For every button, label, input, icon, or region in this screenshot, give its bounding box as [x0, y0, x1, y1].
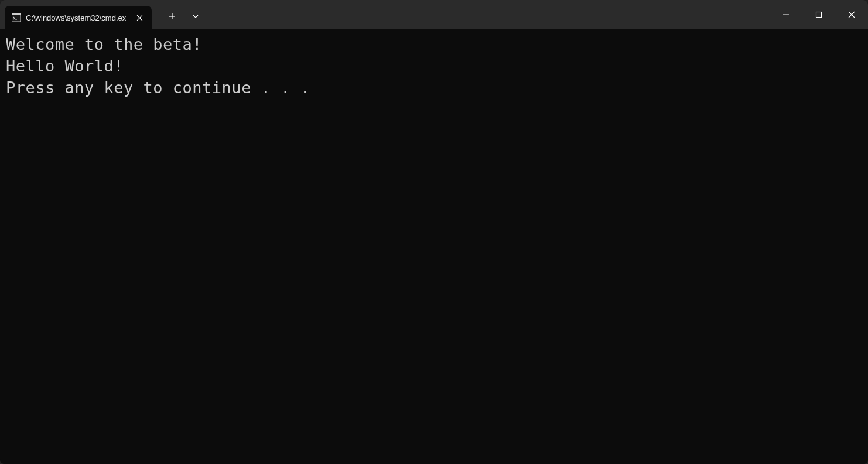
- minimize-icon: [782, 11, 790, 18]
- titlebar[interactable]: C:\windows\system32\cmd.ex: [0, 0, 868, 29]
- minimize-button[interactable]: [770, 0, 802, 29]
- new-tab-button[interactable]: [160, 5, 184, 28]
- close-icon: [848, 11, 855, 18]
- tabs-area: C:\windows\system32\cmd.ex: [0, 0, 152, 29]
- titlebar-drag-area[interactable]: [207, 0, 770, 29]
- terminal-content[interactable]: Welcome to the beta!Hello World!Press an…: [0, 29, 868, 464]
- svg-rect-1: [12, 13, 21, 15]
- maximize-button[interactable]: [802, 0, 835, 29]
- tab-divider: [158, 9, 158, 21]
- tab-cmd[interactable]: C:\windows\system32\cmd.ex: [5, 6, 152, 29]
- svg-rect-8: [816, 12, 822, 18]
- window-controls: [770, 0, 868, 29]
- chevron-down-icon: [192, 13, 199, 20]
- terminal-line: Welcome to the beta!: [6, 34, 862, 56]
- tab-actions: [155, 0, 207, 29]
- terminal-line: Press any key to continue . . .: [6, 77, 862, 99]
- close-window-button[interactable]: [835, 0, 868, 29]
- plus-icon: [169, 13, 176, 20]
- tab-close-button[interactable]: [133, 11, 146, 24]
- close-icon: [136, 15, 143, 21]
- terminal-line: Hello World!: [6, 56, 862, 77]
- tab-dropdown-button[interactable]: [184, 5, 207, 28]
- maximize-icon: [815, 11, 822, 18]
- tab-title: C:\windows\system32\cmd.ex: [26, 13, 126, 22]
- terminal-window: C:\windows\system32\cmd.ex: [0, 0, 868, 464]
- cmd-icon: [12, 13, 21, 22]
